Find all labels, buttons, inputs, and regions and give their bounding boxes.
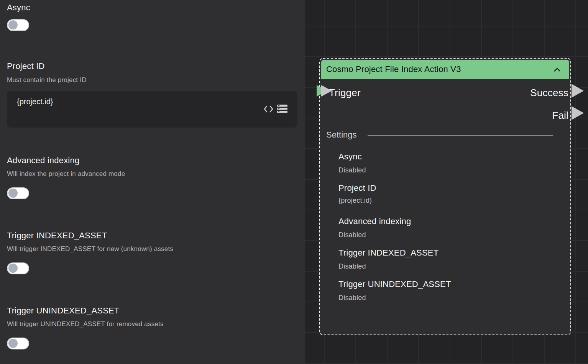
async-toggle[interactable]: [7, 19, 29, 31]
advanced-indexing-description: Will index the project in advanced mode: [7, 170, 125, 178]
setting-value: {project.id}: [338, 197, 372, 205]
setting-label: Trigger INDEXED_ASSET: [338, 248, 439, 258]
toggle-knob: [8, 20, 18, 30]
advanced-indexing-label: Advanced indexing: [7, 156, 79, 166]
variables-icon[interactable]: [277, 105, 287, 115]
settings-header: Settings: [326, 130, 357, 140]
input-port-label-trigger: Trigger: [329, 87, 361, 99]
trigger-input-port-icon[interactable]: [321, 85, 332, 97]
setting-value: Disabled: [338, 262, 366, 271]
output-port-label-fail: Fail: [552, 110, 568, 121]
workflow-editor: Async Project ID Must contain the projec…: [0, 0, 588, 364]
trigger-indexed-asset-description: Will trigger INDEXED_ASSET for new (unkn…: [7, 245, 173, 253]
trigger-unindexed-asset-label: Trigger UNINDEXED_ASSET: [7, 306, 120, 316]
toggle-knob: [8, 189, 18, 198]
trigger-indexed-asset-toggle[interactable]: [7, 262, 29, 274]
project-id-label: Project ID: [7, 61, 45, 71]
chevron-up-icon[interactable]: [554, 67, 561, 74]
success-output-port-icon[interactable]: [572, 84, 584, 98]
code-icon[interactable]: [263, 105, 274, 115]
trigger-unindexed-asset-description: Will trigger UNINDEXED_ASSET for removed…: [7, 320, 164, 328]
setting-value: Disabled: [338, 294, 366, 302]
node-title: Cosmo Project File Index Action V3: [326, 60, 461, 79]
setting-label: Project ID: [338, 183, 376, 193]
node-card[interactable]: Cosmo Project File Index Action V3 Trigg…: [319, 58, 571, 335]
project-id-input[interactable]: {project.id}: [7, 91, 297, 128]
setting-label: Advanced indexing: [338, 216, 411, 226]
trigger-indexed-asset-label: Trigger INDEXED_ASSET: [7, 231, 107, 241]
advanced-indexing-toggle[interactable]: [7, 187, 29, 199]
setting-value: Disabled: [338, 231, 366, 239]
fail-output-port-icon[interactable]: [572, 106, 584, 120]
output-port-label-success: Success: [530, 87, 568, 99]
project-id-value: {project.id}: [17, 97, 53, 106]
workflow-canvas[interactable]: Cosmo Project File Index Action V3 Trigg…: [305, 0, 588, 364]
node-footer-divider: [335, 317, 554, 317]
trigger-unindexed-asset-toggle[interactable]: [7, 338, 29, 349]
setting-value: Disabled: [338, 166, 366, 174]
settings-divider: [368, 135, 553, 136]
toggle-knob: [8, 264, 18, 273]
setting-label: Trigger UNINDEXED_ASSET: [338, 279, 451, 289]
setting-label: Async: [338, 152, 362, 162]
toggle-knob: [8, 339, 18, 348]
node-header[interactable]: Cosmo Project File Index Action V3: [321, 60, 569, 79]
project-id-description: Must contain the project ID: [7, 76, 87, 84]
async-label: Async: [7, 3, 30, 13]
node-config-panel: Async Project ID Must contain the projec…: [0, 0, 305, 364]
